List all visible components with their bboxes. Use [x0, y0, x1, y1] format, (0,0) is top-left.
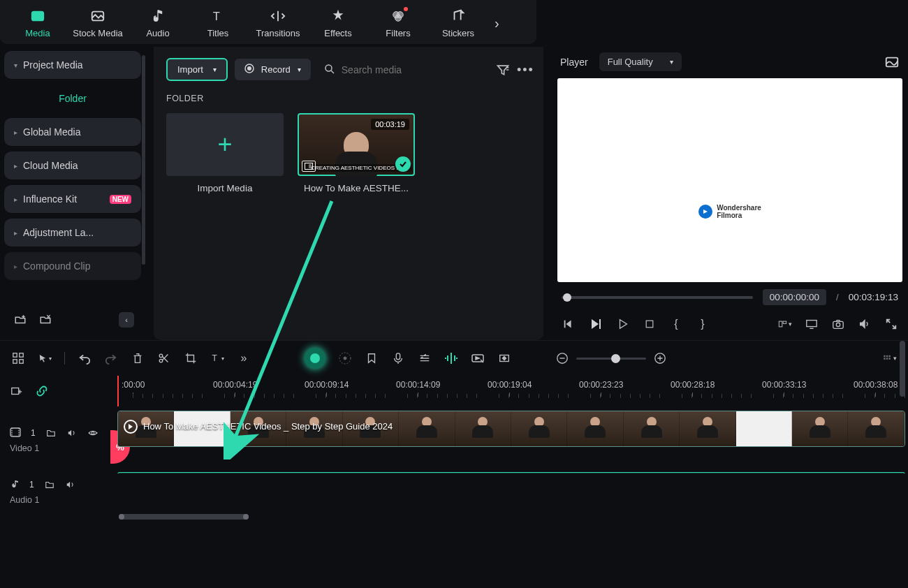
sidebar-item-label: Cloud Media [23, 160, 131, 171]
more-tools-button[interactable]: » [237, 351, 251, 365]
track-visibility-button[interactable] [87, 427, 98, 439]
tab-media[interactable]: Media [8, 6, 67, 41]
voiceover-button[interactable] [391, 351, 405, 365]
tab-filters[interactable]: Filters [369, 6, 427, 41]
tab-audio[interactable]: Audio [129, 6, 187, 41]
track-mute-button[interactable] [65, 479, 76, 490]
clip-thumb[interactable]: CREATING AESTHETIC VIDEOS IS 00:03:19 [298, 113, 415, 176]
sidebar-project-media[interactable]: ▾ Project Media [4, 51, 141, 79]
fullscreen-button[interactable] [884, 317, 898, 331]
timeline-toolbar: ▾ T▾ » ▾ [0, 340, 908, 376]
delete-folder-button[interactable] [36, 311, 54, 329]
svg-point-10 [325, 65, 332, 71]
marker-button[interactable] [365, 351, 379, 365]
sidebar-compound-clip[interactable]: ▸Compound Clip [4, 252, 141, 280]
render-button[interactable] [471, 351, 485, 365]
media-clip-tile[interactable]: CREATING AESTHETIC VIDEOS IS 00:03:19 Ho… [298, 113, 415, 193]
link-button[interactable] [35, 384, 49, 398]
split-button[interactable] [157, 351, 171, 365]
filter-icon[interactable] [496, 63, 510, 77]
record-button[interactable]: Record ▾ [235, 59, 311, 80]
selection-tool-button[interactable]: ▾ [38, 351, 52, 365]
new-folder-button[interactable] [11, 311, 29, 329]
video-clip[interactable]: How To Make AESTHETIC Videos _ Step by S… [117, 411, 905, 447]
svg-point-9 [247, 66, 251, 71]
filters-icon [390, 8, 406, 24]
snapshot-button[interactable] [831, 317, 845, 331]
tab-label: Audio [146, 28, 169, 38]
sidebar-collapse-button[interactable]: ‹ [119, 312, 134, 328]
sidebar-item-label: Influence Kit [23, 193, 104, 205]
tab-transitions[interactable]: Transitions [249, 6, 307, 41]
zoom-out-button[interactable] [555, 351, 569, 365]
layout-grid-button[interactable] [11, 351, 25, 365]
redo-button[interactable] [104, 351, 118, 365]
audio-track-content[interactable] [117, 473, 908, 511]
undo-button[interactable] [78, 351, 91, 365]
tab-titles[interactable]: T Titles [189, 6, 247, 41]
display-button[interactable] [805, 317, 819, 331]
svg-point-1 [34, 15, 37, 17]
sidebar-influence-kit[interactable]: ▸Influence KitNEW [4, 185, 141, 213]
scope-icon[interactable] [884, 54, 900, 70]
keyframe-button[interactable] [497, 351, 511, 365]
track-view-button[interactable]: ▾ [883, 351, 897, 365]
track-folder-button[interactable] [44, 479, 55, 490]
media-panel: Import ▾ Record ▾ ••• FOLDER + [154, 47, 543, 340]
quality-dropdown[interactable]: Full Quality ▾ [599, 52, 682, 71]
ai-assistant-button[interactable] [305, 348, 325, 369]
text-button[interactable]: T▾ [210, 351, 224, 365]
svg-rect-30 [396, 353, 400, 360]
svg-text:T: T [212, 353, 217, 363]
layout-button[interactable]: ▾ [778, 317, 792, 331]
search-input[interactable] [342, 64, 483, 75]
import-media-tile[interactable]: + Import Media [166, 113, 284, 193]
ai-effect-button[interactable] [338, 351, 352, 365]
tab-stickers[interactable]: Stickers [429, 6, 488, 41]
play-next-button[interactable] [588, 316, 603, 332]
timeline-ruler[interactable]: :00:0000:00:04:1900:00:09:1400:00:14:090… [117, 376, 908, 406]
track-mute-button[interactable] [66, 427, 78, 439]
zoom-track[interactable] [576, 358, 646, 360]
sidebar-folder-link[interactable]: Folder [4, 84, 141, 112]
prev-frame-button[interactable] [562, 317, 576, 331]
search-field[interactable] [318, 63, 489, 77]
add-track-button[interactable] [10, 384, 24, 398]
video-track-head: 1 Video 1 [0, 406, 117, 473]
timeline-vertical-scrollbar[interactable] [900, 341, 907, 501]
filters-new-badge [404, 7, 408, 11]
progress-slider[interactable] [562, 296, 753, 299]
progress-handle[interactable] [563, 293, 571, 302]
stop-button[interactable] [643, 317, 657, 331]
mark-out-button[interactable]: } [696, 317, 710, 331]
zoom-in-button[interactable] [653, 351, 667, 365]
import-thumb[interactable]: + [166, 113, 284, 176]
play-button[interactable] [616, 317, 630, 331]
player-viewport[interactable]: WondershareFilmora [557, 78, 902, 282]
tabs-more-button[interactable]: › [495, 15, 499, 31]
track-folder-button[interactable] [45, 427, 57, 439]
tab-stock-media[interactable]: Stock Media [68, 6, 127, 41]
sidebar-cloud-media[interactable]: ▸Cloud Media [4, 152, 141, 179]
sidebar-scrollbar[interactable] [142, 55, 145, 265]
volume-button[interactable] [858, 317, 872, 331]
auto-ripple-button[interactable] [444, 351, 458, 365]
video-track-content[interactable]: % How To Make AESTHETIC Videos _ Step by… [117, 406, 908, 473]
audio-track-index: 1 [29, 480, 34, 490]
sidebar-adjustment-layer[interactable]: ▸Adjustment La... [4, 219, 141, 247]
audio-icon [150, 8, 166, 24]
tab-effects[interactable]: Effects [309, 6, 367, 41]
more-icon[interactable]: ••• [517, 63, 531, 77]
crop-button[interactable] [184, 351, 198, 365]
import-button[interactable]: Import ▾ [166, 58, 228, 81]
zoom-handle[interactable] [611, 354, 620, 363]
mark-in-button[interactable]: { [669, 317, 683, 331]
transitions-icon [270, 8, 286, 24]
audio-mixer-button[interactable] [418, 351, 432, 365]
sidebar-global-media[interactable]: ▸Global Media [4, 118, 141, 146]
tab-label: Transitions [256, 28, 300, 38]
chevron-right-icon: ▸ [14, 263, 17, 270]
delete-button[interactable] [131, 351, 145, 365]
timeline-horizontal-scrollbar[interactable] [117, 511, 908, 518]
audio-track-head: 1 Audio 1 [0, 473, 117, 511]
